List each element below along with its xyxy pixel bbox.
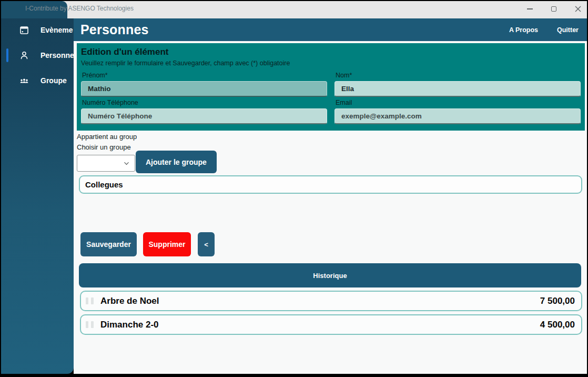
prenom-label: Prénom* [82, 72, 327, 79]
active-indicator [6, 48, 8, 62]
edit-panel: Edition d'un élément Veuillez remplir le… [77, 43, 585, 131]
calendar-icon [19, 25, 29, 35]
history-row-amount: 4 500,00 [540, 320, 575, 330]
close-button[interactable] [574, 5, 582, 13]
grip-icon [86, 297, 94, 304]
panel-title: Edition d'un élément [81, 47, 581, 57]
sidebar-item-label: Personne [40, 51, 74, 59]
header-menu: A Propos Quitter [509, 26, 579, 34]
group-select[interactable] [77, 155, 135, 172]
history-header: Historique [79, 263, 581, 287]
sidebar-item-label: Evèneme [40, 26, 73, 34]
prenom-input[interactable] [81, 81, 327, 97]
email-input[interactable] [334, 108, 581, 124]
field-telephone: Numéro Téléphone [81, 97, 327, 124]
page-header: Personnes A Propos Quitter [74, 18, 587, 41]
field-nom: Nom* [334, 70, 581, 97]
panel-subtitle: Veuillez remplir le formulaire et Sauveg… [81, 59, 581, 67]
sidebar: Evèneme Personne Groupe [1, 18, 74, 374]
field-email: Email [334, 97, 581, 124]
window-title: I-Contribute by ASENGO Technologies [25, 5, 134, 12]
grip-icon [86, 321, 94, 328]
menu-item-a-propos[interactable]: A Propos [509, 26, 538, 34]
people-icon [19, 75, 29, 86]
page-title: Personnes [80, 22, 149, 37]
choose-group-label: Choisir un groupe [77, 143, 131, 151]
maximize-icon [551, 6, 556, 12]
back-button[interactable]: < [198, 232, 215, 256]
history-row[interactable]: Dimanche 2-0 4 500,00 [80, 314, 582, 335]
telephone-label: Numéro Téléphone [82, 99, 327, 106]
minimize-icon [527, 8, 533, 9]
add-group-button[interactable]: Ajouter le groupe [136, 151, 217, 173]
person-icon [19, 50, 29, 61]
sidebar-item-groupe[interactable]: Groupe [1, 73, 74, 88]
sidebar-nav: Evèneme Personne Groupe [1, 18, 74, 88]
form-fields: Prénom* Nom* Numéro Téléphone Email [81, 70, 581, 124]
sidebar-item-personne[interactable]: Personne [1, 47, 74, 63]
history-row[interactable]: Arbre de Noel 7 500,00 [80, 291, 582, 311]
chevron-down-icon [124, 161, 129, 166]
sidebar-item-label: Groupe [40, 76, 67, 85]
group-name: Collegues [85, 180, 123, 189]
field-prenom: Prénom* [81, 70, 327, 97]
email-label: Email [336, 99, 581, 106]
close-icon [575, 6, 581, 12]
main-content: Edition d'un élément Veuillez remplir le… [74, 41, 587, 374]
save-button[interactable]: Sauvegarder [80, 232, 137, 256]
menu-item-quitter[interactable]: Quitter [557, 26, 579, 34]
maximize-button[interactable] [550, 5, 557, 13]
minimize-button[interactable] [526, 5, 533, 13]
belongs-to-group-label: Appartient au group [77, 133, 137, 141]
sidebar-item-evenement[interactable]: Evèneme [1, 22, 74, 38]
telephone-input[interactable] [81, 108, 327, 124]
nom-input[interactable] [334, 81, 581, 97]
history-row-amount: 7 500,00 [540, 296, 575, 306]
window-controls [526, 0, 582, 17]
delete-button[interactable]: Supprimer [143, 232, 191, 256]
nom-label: Nom* [336, 72, 581, 79]
history-header-label: Historique [313, 272, 347, 280]
history-row-title: Arbre de Noel [100, 296, 159, 306]
history-row-title: Dimanche 2-0 [100, 320, 159, 330]
group-list-item[interactable]: Collegues [79, 175, 582, 194]
